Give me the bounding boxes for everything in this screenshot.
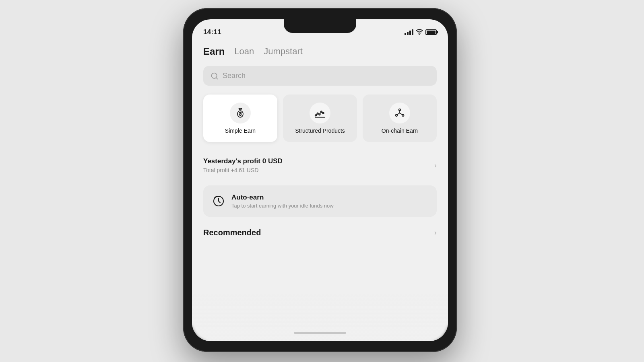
svg-point-6 (319, 114, 320, 115)
battery-icon (425, 29, 437, 35)
category-cards: Simple Earn (203, 95, 437, 142)
on-chain-icon-wrapper (389, 103, 410, 123)
profit-subtitle: Total profit +4.61 USD (203, 167, 283, 173)
svg-point-0 (419, 34, 420, 35)
home-indicator (294, 332, 346, 334)
search-bar[interactable]: Search (203, 66, 437, 86)
phone-frame: 14:11 (183, 8, 457, 352)
on-chain-earn-label: On-chain Earn (382, 128, 418, 134)
profit-chevron-icon: › (434, 161, 437, 170)
svg-line-14 (396, 113, 400, 115)
status-time: 14:11 (203, 28, 221, 36)
profit-info: Yesterday's profit 0 USD Total profit +4… (203, 157, 283, 173)
on-chain-earn-icon (394, 107, 405, 119)
wifi-icon (416, 29, 423, 36)
svg-line-15 (400, 113, 403, 115)
recommended-chevron-icon: › (434, 228, 437, 237)
blur-overlay (192, 293, 448, 341)
profit-title: Yesterday's profit 0 USD (203, 157, 283, 165)
auto-earn-icon (212, 195, 225, 208)
recommended-title: Recommended (203, 228, 261, 237)
svg-point-8 (322, 112, 324, 114)
auto-earn-card[interactable]: Auto-earn Tap to start earning with your… (203, 185, 437, 217)
svg-point-7 (321, 111, 322, 113)
search-placeholder: Search (223, 72, 246, 80)
status-icons (405, 29, 437, 36)
simple-earn-icon-wrapper (230, 103, 251, 123)
phone-screen: 14:11 (192, 19, 448, 341)
svg-point-4 (315, 115, 317, 116)
search-icon (211, 72, 219, 80)
auto-earn-icon-wrapper (211, 194, 226, 208)
category-card-on-chain-earn[interactable]: On-chain Earn (363, 95, 437, 142)
structured-icon-wrapper (310, 103, 330, 123)
profit-section[interactable]: Yesterday's profit 0 USD Total profit +4… (203, 152, 437, 179)
tab-jumpstart[interactable]: Jumpstart (264, 45, 303, 58)
structured-products-label: Structured Products (295, 128, 345, 134)
signal-icon (405, 29, 413, 35)
nav-tabs: Earn Loan Jumpstart (203, 43, 437, 59)
svg-line-2 (216, 77, 218, 79)
recommended-section[interactable]: Recommended › (203, 228, 437, 237)
tab-loan[interactable]: Loan (234, 45, 254, 58)
phone-wrapper: 14:11 (183, 8, 461, 354)
money-bag-icon (235, 107, 246, 119)
auto-earn-text: Auto-earn Tap to start earning with your… (231, 193, 334, 209)
structured-products-icon (314, 107, 326, 119)
auto-earn-title: Auto-earn (231, 193, 334, 202)
simple-earn-label: Simple Earn (225, 128, 256, 134)
category-card-structured-products[interactable]: Structured Products (283, 95, 357, 142)
category-card-simple-earn[interactable]: Simple Earn (203, 95, 277, 142)
svg-point-5 (317, 113, 318, 114)
auto-earn-subtitle: Tap to start earning with your idle fund… (231, 203, 334, 209)
tab-earn[interactable]: Earn (203, 44, 225, 59)
notch (284, 19, 356, 33)
